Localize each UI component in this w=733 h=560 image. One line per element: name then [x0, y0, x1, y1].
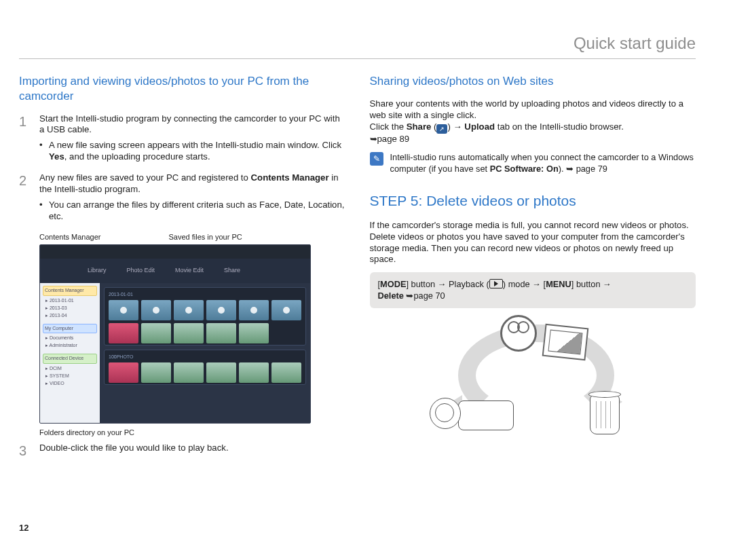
step5-heading: STEP 5: Delete videos or photos	[370, 192, 696, 210]
bold-text: MODE	[380, 279, 406, 289]
arrow-icon: ➥	[566, 164, 574, 174]
text: Playback (	[447, 279, 489, 289]
step-body: Start the Intelli-studio program by conn…	[39, 113, 345, 166]
share-icon: ↗	[436, 124, 447, 134]
step-3: 3 Double-click the file you would like t…	[19, 443, 345, 460]
sharing-paragraph-2: Click the Share (↗) → Upload tab on the …	[370, 122, 696, 146]
figure-label-left: Contents Manager	[39, 232, 101, 242]
step-body: Any new files are saved to your PC and r…	[39, 172, 345, 225]
section-heading-import: Importing and viewing videos/photos to y…	[19, 74, 345, 104]
arrow-icon: →	[438, 279, 447, 289]
film-reel-icon	[500, 315, 537, 352]
text: ] button	[571, 279, 603, 289]
mode-instruction-box: [MODE] button → Playback () mode → [MENU…	[370, 272, 696, 308]
text: )	[447, 122, 453, 132]
sharing-paragraph-1: Share your contents with the world by up…	[370, 98, 696, 122]
figure-caption-bottom: Folders directory on your PC	[39, 428, 345, 437]
step-number: 1	[19, 113, 30, 166]
step-bullet: A new file saving screen appears with th…	[39, 140, 345, 163]
text: A new file saving screen appears with th…	[49, 140, 341, 150]
figure-labels: Contents Manager Saved files in your PC	[39, 232, 345, 242]
bold-text: PC Software: On	[490, 164, 559, 174]
playback-icon	[489, 279, 503, 288]
import-steps: 1 Start the Intelli-studio program by co…	[19, 113, 345, 225]
figure-label-right: Saved files in your PC	[169, 232, 242, 242]
page-number: 12	[19, 523, 29, 533]
text: Click the	[370, 122, 407, 132]
note-icon: ✎	[370, 152, 383, 166]
arrow-icon: →	[453, 122, 462, 132]
delete-illustration	[370, 320, 696, 436]
bold-text: Share	[407, 122, 432, 132]
intelli-studio-screenshot: Library Photo Edit Movie Edit Share Cont…	[39, 244, 311, 424]
arrow-icon: →	[603, 279, 612, 289]
section-heading-sharing: Sharing videos/photos on Web sites	[370, 74, 696, 89]
bold-text: Upload	[462, 122, 495, 132]
import-steps-cont: 3 Double-click the file you would like t…	[19, 443, 345, 460]
page-ref: ➥page 89	[370, 134, 410, 144]
right-column: Sharing videos/photos on Web sites Share…	[370, 74, 696, 466]
step-body: Double-click the file you would like to …	[39, 443, 345, 460]
toolbar-label: Library	[88, 267, 107, 275]
page-ref: page 70	[413, 291, 445, 301]
arrow-icon: ➥	[406, 291, 413, 301]
trash-bin-icon	[586, 391, 624, 434]
text: (	[431, 122, 436, 132]
step-number: 3	[19, 443, 30, 460]
left-column: Importing and viewing videos/photos to y…	[19, 74, 345, 466]
text: ).	[559, 164, 566, 174]
bold-text: Contents Manager	[251, 172, 329, 183]
bold-text: Delete	[378, 291, 407, 301]
step-2: 2 Any new files are saved to your PC and…	[19, 172, 345, 225]
text: Any new files are saved to your PC and r…	[39, 172, 251, 183]
text: , and the uploading procedure starts.	[64, 151, 210, 162]
step-1: 1 Start the Intelli-studio program by co…	[19, 113, 345, 166]
page-ref: page 79	[574, 164, 607, 174]
page-header: Quick start guide	[19, 34, 696, 59]
text: ] button	[406, 279, 437, 289]
arrow-icon: →	[532, 279, 541, 289]
step-bullet: You can arrange the files by different c…	[39, 200, 345, 223]
note-body: Intelli-studio runs automatically when y…	[390, 152, 696, 174]
text: ) mode	[503, 279, 532, 289]
toolbar-label: Share	[224, 267, 240, 275]
step5-body: If the camcorder's storage media is full…	[370, 220, 696, 266]
text: tab on the Intelli-studio browser.	[495, 122, 624, 132]
content-columns: Importing and viewing videos/photos to y…	[19, 74, 696, 466]
step-number: 2	[19, 172, 30, 225]
camcorder-icon	[430, 396, 515, 433]
toolbar-label: Photo Edit	[127, 267, 155, 275]
toolbar-label: Movie Edit	[175, 267, 204, 275]
photo-icon	[542, 324, 588, 360]
bold-text: MENU	[546, 279, 571, 289]
bold-text: Yes	[49, 151, 64, 162]
step-text: Start the Intelli-studio program by conn…	[39, 113, 340, 135]
note-row: ✎ Intelli-studio runs automatically when…	[370, 152, 696, 174]
